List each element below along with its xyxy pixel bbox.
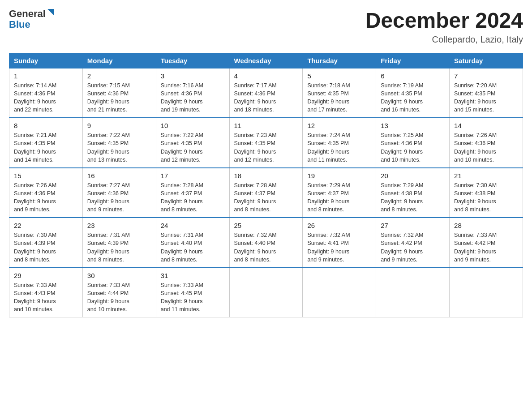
calendar-day-cell: 8Sunrise: 7:21 AMSunset: 4:35 PMDaylight… (9, 118, 83, 168)
day-info: Sunrise: 7:18 AMSunset: 4:35 PMDaylight:… (307, 81, 371, 114)
calendar-day-cell: 9Sunrise: 7:22 AMSunset: 4:35 PMDaylight… (82, 118, 156, 168)
day-info: Sunrise: 7:32 AMSunset: 4:40 PMDaylight:… (234, 231, 298, 264)
day-number: 20 (381, 172, 445, 180)
logo-arrow-icon (47, 8, 55, 16)
day-info: Sunrise: 7:30 AMSunset: 4:38 PMDaylight:… (454, 181, 518, 214)
calendar-day-cell: 24Sunrise: 7:31 AMSunset: 4:40 PMDayligh… (156, 218, 229, 268)
logo-blue: Blue (9, 19, 30, 30)
day-info: Sunrise: 7:26 AMSunset: 4:36 PMDaylight:… (454, 131, 518, 164)
day-number: 9 (87, 122, 151, 129)
day-number: 10 (161, 122, 225, 129)
day-number: 24 (161, 222, 225, 229)
day-number: 1 (14, 72, 78, 80)
calendar-day-cell: 3Sunrise: 7:16 AMSunset: 4:36 PMDaylight… (156, 68, 229, 118)
location: Collepardo, Lazio, Italy (365, 34, 523, 45)
calendar-day-cell: 1Sunrise: 7:14 AMSunset: 4:36 PMDaylight… (9, 68, 83, 118)
day-info: Sunrise: 7:27 AMSunset: 4:36 PMDaylight:… (87, 181, 151, 214)
col-header-tuesday: Tuesday (156, 53, 229, 68)
calendar-day-cell: 12Sunrise: 7:24 AMSunset: 4:35 PMDayligh… (303, 118, 376, 168)
calendar-week-row: 29Sunrise: 7:33 AMSunset: 4:43 PMDayligh… (9, 268, 523, 317)
day-number: 6 (381, 72, 445, 80)
day-info: Sunrise: 7:14 AMSunset: 4:36 PMDaylight:… (14, 81, 78, 114)
month-title: December 2024 (365, 9, 523, 33)
col-header-friday: Friday (376, 53, 450, 68)
col-header-thursday: Thursday (303, 53, 376, 68)
day-info: Sunrise: 7:29 AMSunset: 4:38 PMDaylight:… (381, 181, 445, 214)
day-info: Sunrise: 7:22 AMSunset: 4:35 PMDaylight:… (161, 131, 225, 164)
day-number: 28 (454, 222, 518, 229)
calendar-day-cell: 27Sunrise: 7:32 AMSunset: 4:42 PMDayligh… (376, 218, 450, 268)
logo: General Blue (9, 9, 55, 30)
calendar-empty-cell (229, 268, 303, 317)
day-number: 4 (234, 72, 298, 80)
day-info: Sunrise: 7:21 AMSunset: 4:35 PMDaylight:… (14, 131, 78, 164)
calendar-day-cell: 15Sunrise: 7:26 AMSunset: 4:36 PMDayligh… (9, 168, 83, 218)
calendar-day-cell: 18Sunrise: 7:28 AMSunset: 4:37 PMDayligh… (229, 168, 303, 218)
svg-marker-0 (47, 9, 54, 15)
day-info: Sunrise: 7:28 AMSunset: 4:37 PMDaylight:… (161, 181, 225, 214)
day-info: Sunrise: 7:24 AMSunset: 4:35 PMDaylight:… (307, 131, 371, 164)
day-info: Sunrise: 7:30 AMSunset: 4:39 PMDaylight:… (14, 231, 78, 264)
day-number: 11 (234, 122, 298, 129)
calendar-week-row: 1Sunrise: 7:14 AMSunset: 4:36 PMDaylight… (9, 68, 523, 118)
day-number: 5 (307, 72, 371, 80)
calendar-day-cell: 23Sunrise: 7:31 AMSunset: 4:39 PMDayligh… (82, 218, 156, 268)
calendar-day-cell: 6Sunrise: 7:19 AMSunset: 4:35 PMDaylight… (376, 68, 450, 118)
calendar-day-cell: 7Sunrise: 7:20 AMSunset: 4:35 PMDaylight… (450, 68, 523, 118)
calendar-day-cell: 26Sunrise: 7:32 AMSunset: 4:41 PMDayligh… (303, 218, 376, 268)
col-header-sunday: Sunday (9, 53, 83, 68)
day-info: Sunrise: 7:32 AMSunset: 4:41 PMDaylight:… (307, 231, 371, 264)
calendar-day-cell: 22Sunrise: 7:30 AMSunset: 4:39 PMDayligh… (9, 218, 83, 268)
day-number: 17 (161, 172, 225, 180)
day-info: Sunrise: 7:19 AMSunset: 4:35 PMDaylight:… (381, 81, 445, 114)
calendar-day-cell: 29Sunrise: 7:33 AMSunset: 4:43 PMDayligh… (9, 268, 83, 317)
calendar-empty-cell (303, 268, 376, 317)
day-number: 29 (14, 272, 78, 279)
col-header-saturday: Saturday (450, 53, 523, 68)
day-number: 19 (307, 172, 371, 180)
calendar-day-cell: 19Sunrise: 7:29 AMSunset: 4:37 PMDayligh… (303, 168, 376, 218)
calendar-day-cell: 20Sunrise: 7:29 AMSunset: 4:38 PMDayligh… (376, 168, 450, 218)
day-info: Sunrise: 7:32 AMSunset: 4:42 PMDaylight:… (381, 231, 445, 264)
calendar-day-cell: 5Sunrise: 7:18 AMSunset: 4:35 PMDaylight… (303, 68, 376, 118)
calendar-day-cell: 13Sunrise: 7:25 AMSunset: 4:36 PMDayligh… (376, 118, 450, 168)
calendar-day-cell: 25Sunrise: 7:32 AMSunset: 4:40 PMDayligh… (229, 218, 303, 268)
page-header: General Blue December 2024 Collepardo, L… (9, 9, 523, 45)
day-info: Sunrise: 7:33 AMSunset: 4:45 PMDaylight:… (161, 281, 225, 314)
calendar-day-cell: 14Sunrise: 7:26 AMSunset: 4:36 PMDayligh… (450, 118, 523, 168)
calendar-week-row: 22Sunrise: 7:30 AMSunset: 4:39 PMDayligh… (9, 218, 523, 268)
calendar-day-cell: 11Sunrise: 7:23 AMSunset: 4:35 PMDayligh… (229, 118, 303, 168)
title-block: December 2024 Collepardo, Lazio, Italy (365, 9, 523, 45)
day-info: Sunrise: 7:25 AMSunset: 4:36 PMDaylight:… (381, 131, 445, 164)
day-number: 3 (161, 72, 225, 80)
day-number: 22 (14, 222, 78, 229)
day-info: Sunrise: 7:33 AMSunset: 4:43 PMDaylight:… (14, 281, 78, 314)
day-info: Sunrise: 7:15 AMSunset: 4:36 PMDaylight:… (87, 81, 151, 114)
logo-general: General (9, 9, 46, 19)
day-number: 13 (381, 122, 445, 129)
day-info: Sunrise: 7:22 AMSunset: 4:35 PMDaylight:… (87, 131, 151, 164)
day-info: Sunrise: 7:33 AMSunset: 4:42 PMDaylight:… (454, 231, 518, 264)
calendar-day-cell: 28Sunrise: 7:33 AMSunset: 4:42 PMDayligh… (450, 218, 523, 268)
day-number: 15 (14, 172, 78, 180)
calendar-day-cell: 16Sunrise: 7:27 AMSunset: 4:36 PMDayligh… (82, 168, 156, 218)
calendar-day-cell: 2Sunrise: 7:15 AMSunset: 4:36 PMDaylight… (82, 68, 156, 118)
day-info: Sunrise: 7:17 AMSunset: 4:36 PMDaylight:… (234, 81, 298, 114)
col-header-monday: Monday (82, 53, 156, 68)
day-number: 21 (454, 172, 518, 180)
calendar-day-cell: 17Sunrise: 7:28 AMSunset: 4:37 PMDayligh… (156, 168, 229, 218)
day-number: 23 (87, 222, 151, 229)
day-info: Sunrise: 7:16 AMSunset: 4:36 PMDaylight:… (161, 81, 225, 114)
calendar-week-row: 15Sunrise: 7:26 AMSunset: 4:36 PMDayligh… (9, 168, 523, 218)
day-info: Sunrise: 7:20 AMSunset: 4:35 PMDaylight:… (454, 81, 518, 114)
day-number: 7 (454, 72, 518, 80)
calendar-empty-cell (450, 268, 523, 317)
day-number: 30 (87, 272, 151, 279)
day-number: 26 (307, 222, 371, 229)
day-number: 25 (234, 222, 298, 229)
day-info: Sunrise: 7:29 AMSunset: 4:37 PMDaylight:… (307, 181, 371, 214)
calendar-day-cell: 10Sunrise: 7:22 AMSunset: 4:35 PMDayligh… (156, 118, 229, 168)
col-header-wednesday: Wednesday (229, 53, 303, 68)
day-number: 16 (87, 172, 151, 180)
day-number: 31 (161, 272, 225, 279)
